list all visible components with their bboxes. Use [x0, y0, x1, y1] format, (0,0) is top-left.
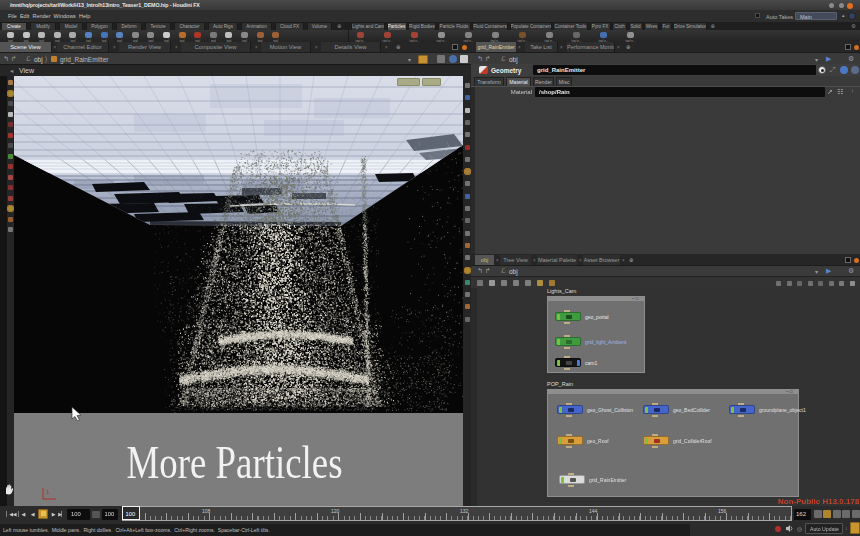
svg-text:1: 1: [46, 489, 50, 495]
